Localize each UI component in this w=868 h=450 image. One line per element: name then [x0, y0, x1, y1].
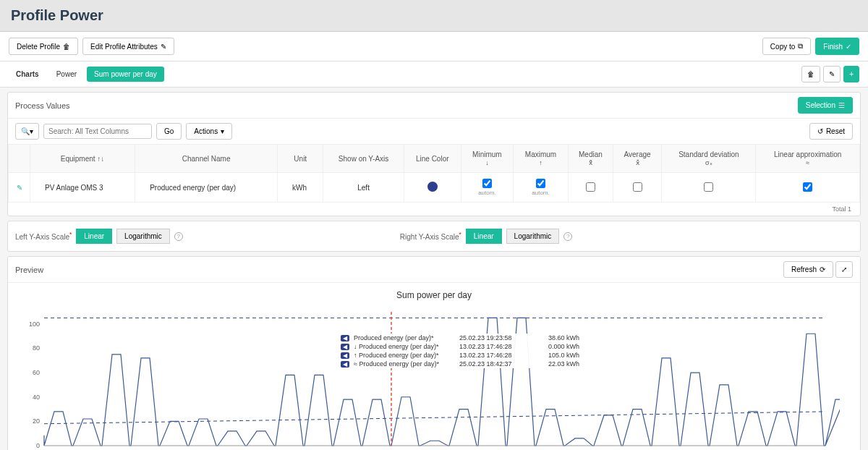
edit-row-icon[interactable]: ✎ [17, 184, 22, 192]
std-checkbox[interactable] [704, 182, 713, 192]
left-axis-label: Left Y-Axis Scale* [15, 231, 72, 241]
right-log-button[interactable]: Logarithmic [506, 229, 560, 244]
col-header[interactable]: Averagex̄ [613, 145, 662, 173]
copy-icon: ⧉ [798, 42, 803, 51]
expand-button[interactable]: ⤢ [835, 261, 853, 278]
tab-sum-power[interactable]: Sum power per day [87, 67, 164, 82]
line-color-dot[interactable] [427, 182, 438, 192]
tab-edit-button[interactable]: ✎ [823, 66, 841, 82]
svg-text:0: 0 [36, 442, 40, 449]
lin-checkbox[interactable] [803, 182, 812, 192]
page-title: Profile Power [11, 7, 857, 24]
chart[interactable]: 02040608010014.Feb15.Feb16.Feb17.Feb18.F… [15, 305, 853, 450]
help-icon[interactable]: ? [174, 232, 183, 241]
right-axis-label: Right Y-Axis Scale* [400, 231, 461, 241]
plus-icon: + [849, 70, 854, 78]
list-icon: ☰ [838, 101, 845, 109]
svg-line-7 [44, 412, 825, 424]
cell-channel: Produced energy (per day) [135, 173, 278, 203]
median-checkbox[interactable] [586, 182, 595, 192]
finish-button[interactable]: Finish ✓ [815, 38, 859, 55]
col-header[interactable]: Unit [278, 145, 323, 173]
cell-yaxis: Left [323, 173, 404, 203]
col-header[interactable]: Medianx̃ [569, 145, 613, 173]
svg-text:100: 100 [29, 320, 40, 328]
table-row: ✎ PV Anlage OMS 3 Produced energy (per d… [9, 173, 860, 203]
col-header[interactable]: Maximum↑ [514, 145, 569, 173]
svg-text:60: 60 [33, 369, 40, 376]
chart-title: Sum power per day [15, 290, 853, 300]
svg-text:20: 20 [33, 417, 40, 425]
go-button[interactable]: Go [156, 123, 182, 140]
col-header[interactable]: Equipment ↑↓ [30, 145, 135, 173]
edit-icon: ✎ [161, 43, 166, 51]
preview-section: Preview Refresh ⟳ ⤢ Sum power per day 02… [7, 256, 861, 450]
edit-icon: ✎ [829, 70, 835, 78]
check-icon: ✓ [846, 43, 851, 51]
edit-profile-button[interactable]: Edit Profile Attributes ✎ [82, 38, 174, 55]
copy-to-button[interactable]: Copy to ⧉ [762, 38, 811, 55]
delete-profile-button[interactable]: Delete Profile 🗑 [9, 38, 78, 55]
profile-toolbar: Delete Profile 🗑 Edit Profile Attributes… [0, 32, 868, 61]
total-row: Total 1 [8, 203, 860, 216]
search-input[interactable] [43, 124, 152, 139]
section-title: Process Values [15, 101, 70, 110]
min-checkbox[interactable] [482, 179, 492, 188]
col-header[interactable]: Channel Name [135, 145, 278, 173]
preview-title: Preview [15, 266, 43, 274]
page-header: Profile Power [0, 0, 868, 32]
tab-power[interactable]: Power [49, 67, 84, 82]
process-values-section: Process Values Selection ☰ 🔍▾ Go Actions… [7, 92, 861, 216]
axis-section: Left Y-Axis Scale* Linear Logarithmic ? … [7, 221, 861, 252]
avg-checkbox[interactable] [633, 182, 642, 192]
refresh-button[interactable]: Refresh ⟳ [783, 261, 833, 278]
reset-button[interactable]: ↺ Reset [809, 123, 853, 140]
search-dropdown-button[interactable]: 🔍▾ [15, 123, 39, 140]
help-icon[interactable]: ? [563, 232, 572, 241]
col-header[interactable]: Minimum↓ [461, 145, 513, 173]
svg-text:80: 80 [33, 344, 40, 352]
cell-equipment: PV Anlage OMS 3 [30, 173, 135, 203]
right-linear-button[interactable]: Linear [466, 229, 502, 244]
charts-tabs: Charts Power Sum power per day 🗑 ✎ + [0, 61, 868, 88]
selection-button[interactable]: Selection ☰ [798, 97, 853, 114]
tabs-label: Charts [9, 67, 46, 82]
tab-add-button[interactable]: + [843, 66, 859, 82]
col-header[interactable]: Show on Y-Axis [323, 145, 404, 173]
left-log-button[interactable]: Logarithmic [116, 229, 170, 244]
col-header[interactable]: Line Color [404, 145, 461, 173]
cell-unit: kWh [278, 173, 323, 203]
actions-button[interactable]: Actions ▾ [186, 123, 232, 140]
tab-delete-button[interactable]: 🗑 [801, 66, 820, 82]
col-header[interactable]: Linear approximation≈ [756, 145, 860, 173]
trash-icon: 🗑 [63, 43, 70, 51]
max-checkbox[interactable] [536, 179, 545, 188]
trash-icon: 🗑 [807, 70, 814, 78]
col-header[interactable]: Standard deviationσₓ [662, 145, 756, 173]
svg-text:40: 40 [33, 394, 40, 401]
process-values-table: Equipment ↑↓Channel NameUnitShow on Y-Ax… [8, 144, 860, 203]
left-linear-button[interactable]: Linear [76, 229, 112, 244]
